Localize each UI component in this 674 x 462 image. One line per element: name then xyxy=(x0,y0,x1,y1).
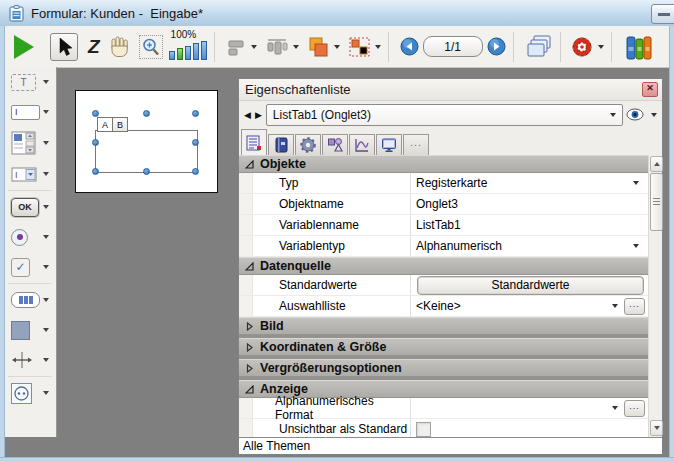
toolbox-segmented-control[interactable] xyxy=(4,285,56,315)
toolbox-shape[interactable] xyxy=(4,315,56,345)
shape-dropdown-arrow[interactable] xyxy=(43,328,49,332)
property-value-dropdown[interactable]: Alphanumerisch xyxy=(411,236,648,256)
tab-settings[interactable] xyxy=(295,134,321,156)
toolbox-socket-control[interactable] xyxy=(4,378,56,408)
select-cursor-button[interactable] xyxy=(50,33,78,61)
prev-object-arrow[interactable]: ◀ xyxy=(244,110,252,120)
tab-control-tab-a[interactable]: A xyxy=(97,117,113,132)
themes-filter-bar[interactable]: Alle Themen xyxy=(239,437,662,454)
multi-select-button[interactable] xyxy=(348,36,371,58)
eye-icon[interactable] xyxy=(626,108,644,121)
property-value-dropdown[interactable]: Registerkarte xyxy=(411,173,648,193)
selection-handle-bottom-left[interactable] xyxy=(92,168,99,175)
tab-more[interactable]: ... xyxy=(403,134,429,156)
segmented-dropdown-arrow[interactable] xyxy=(43,298,49,302)
eye-dropdown-arrow[interactable] xyxy=(651,113,657,117)
unsichtbar-checkbox[interactable] xyxy=(416,422,431,437)
align-dropdown-arrow[interactable] xyxy=(251,45,257,49)
distribute-tool-button[interactable] xyxy=(265,37,289,57)
toolbox-splitter[interactable] xyxy=(4,345,56,375)
toolbox-edit-field[interactable]: I xyxy=(4,97,56,127)
options-dropdown-arrow[interactable] xyxy=(598,45,604,49)
run-test-button[interactable] xyxy=(14,35,34,59)
layer-dropdown-arrow[interactable] xyxy=(334,45,340,49)
options-gear-button[interactable] xyxy=(570,35,594,59)
standardwerte-button[interactable]: Standardwerte xyxy=(417,276,644,295)
button-dropdown-arrow[interactable] xyxy=(43,205,49,209)
next-object-arrow[interactable]: ▶ xyxy=(255,110,263,120)
property-row-unsichtbar[interactable]: Unsichtbar als Standard xyxy=(239,419,648,437)
tab-general-list[interactable] xyxy=(241,129,267,156)
value-dropdown-arrow[interactable] xyxy=(612,304,618,308)
selection-handle-mid-left[interactable] xyxy=(92,139,99,146)
toolbox-combo-box[interactable]: I xyxy=(4,159,56,189)
property-row-typ[interactable]: Typ Registerkarte xyxy=(239,173,648,194)
multi-select-dropdown-arrow[interactable] xyxy=(375,45,381,49)
pages-stack-button[interactable] xyxy=(525,34,553,60)
section-koordinaten[interactable]: Koordinaten & Größe xyxy=(239,338,648,356)
selection-handle-top-center[interactable] xyxy=(143,110,150,117)
previous-page-button[interactable] xyxy=(400,37,419,56)
next-page-button[interactable] xyxy=(487,37,506,56)
object-selector[interactable]: ListTab1 (Onglet3) xyxy=(266,104,623,126)
auswahlliste-ellipsis-button[interactable]: ... xyxy=(624,298,645,315)
page-indicator[interactable]: 1/1 xyxy=(423,36,483,57)
tab-chart[interactable] xyxy=(349,134,375,156)
static-text-dropdown-arrow[interactable] xyxy=(43,80,49,84)
property-row-objektname[interactable]: Objektname Onglet3 xyxy=(239,194,648,215)
tab-order-button[interactable]: Z xyxy=(88,36,100,58)
align-tool-button[interactable] xyxy=(227,37,247,57)
property-value-text[interactable]: ListTab1 xyxy=(411,215,648,235)
value-dropdown-arrow[interactable] xyxy=(612,406,618,410)
scroll-down-button[interactable] xyxy=(650,420,663,436)
minimize-button[interactable] xyxy=(651,4,674,24)
property-row-variablenname[interactable]: Variablenname ListTab1 xyxy=(239,215,648,236)
grid-scrollbar[interactable] xyxy=(648,155,662,437)
zoom-level-control[interactable]: 100% xyxy=(169,30,207,60)
selection-handle-top-right[interactable] xyxy=(192,110,199,117)
property-row-alphanumerisches-format[interactable]: Alphanumerisches Format ... xyxy=(239,398,648,419)
radio-dropdown-arrow[interactable] xyxy=(43,235,49,239)
check-dropdown-arrow[interactable] xyxy=(43,265,49,269)
selection-handle-bottom-right[interactable] xyxy=(192,168,199,175)
property-value-text[interactable]: Onglet3 xyxy=(411,194,648,214)
tab-style-shapes[interactable] xyxy=(322,134,348,156)
section-datenquelle[interactable]: Datenquelle xyxy=(239,257,648,275)
tab-control-body[interactable] xyxy=(95,130,198,173)
scroll-up-button[interactable] xyxy=(650,156,663,172)
list-box-dropdown-arrow[interactable] xyxy=(43,141,49,145)
property-value-dropdown[interactable]: ... xyxy=(411,398,648,418)
section-bild[interactable]: Bild xyxy=(239,317,648,335)
layer-order-button[interactable] xyxy=(307,36,330,58)
selection-handle-mid-right[interactable] xyxy=(192,139,199,146)
combo-box-dropdown-arrow[interactable] xyxy=(43,172,49,176)
zoom-magnifier-button[interactable] xyxy=(139,35,163,59)
catalog-books-button[interactable] xyxy=(625,34,653,60)
tab-control-tab-b[interactable]: B xyxy=(112,117,128,132)
selection-handle-top-left[interactable] xyxy=(92,110,99,117)
panel-close-button[interactable]: ✕ xyxy=(642,82,658,97)
value-dropdown-arrow[interactable] xyxy=(633,181,639,185)
value-dropdown-arrow[interactable] xyxy=(633,244,639,248)
property-row-standardwerte[interactable]: Standardwerte Standardwerte xyxy=(239,275,648,296)
scroll-thumb[interactable] xyxy=(650,173,663,231)
property-value-dropdown[interactable]: <Keine> ... xyxy=(411,296,648,316)
pan-hand-button[interactable] xyxy=(108,35,131,58)
toolbox-radio-button[interactable] xyxy=(4,222,56,252)
toolbox-button[interactable]: OK xyxy=(4,192,56,222)
property-row-variablentyp[interactable]: Variablentyp Alphanumerisch xyxy=(239,236,648,257)
splitter-dropdown-arrow[interactable] xyxy=(43,358,49,362)
toolbox-check-box[interactable]: ✓ xyxy=(4,252,56,282)
tab-display[interactable] xyxy=(376,134,402,156)
distribute-dropdown-arrow[interactable] xyxy=(293,45,299,49)
toolbox-static-text[interactable]: T xyxy=(4,67,56,97)
toolbox-list-box[interactable] xyxy=(4,127,56,159)
edit-field-dropdown-arrow[interactable] xyxy=(43,110,49,114)
socket-dropdown-arrow[interactable] xyxy=(43,391,49,395)
section-objekte[interactable]: Objekte xyxy=(239,155,648,173)
section-vergroesserung[interactable]: Vergrößerungsoptionen xyxy=(239,359,648,377)
format-ellipsis-button[interactable]: ... xyxy=(624,400,645,417)
property-row-auswahlliste[interactable]: Auswahlliste <Keine> ... xyxy=(239,296,648,317)
selection-handle-bottom-center[interactable] xyxy=(143,168,150,175)
tab-details[interactable] xyxy=(268,134,294,156)
